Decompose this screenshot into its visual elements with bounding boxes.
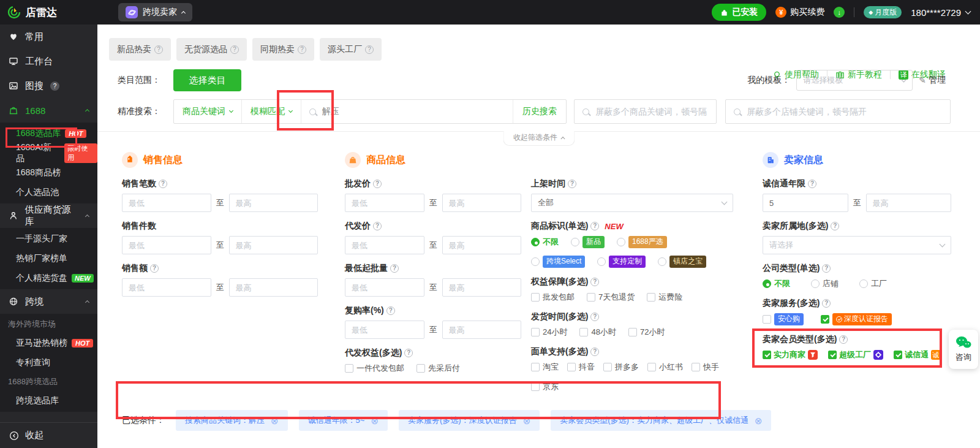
help-icon[interactable] <box>365 45 374 54</box>
checkbox-anxingou[interactable]: 安心购 <box>763 313 804 325</box>
sidebar-item-amazon-rank[interactable]: 亚马逊热销榜 HOT <box>0 333 97 353</box>
match-mode-dropdown[interactable]: 模糊匹配 <box>242 100 301 123</box>
sidebar-group-crossborder[interactable]: 跨境 <box>0 289 97 314</box>
manage-templates-button[interactable]: 管理 <box>919 75 946 86</box>
repurchase-max-input[interactable] <box>442 321 522 339</box>
download-icon[interactable] <box>834 7 845 18</box>
checkbox-deep-cert-report[interactable]: 深度认证报告 <box>821 313 892 325</box>
help-icon[interactable] <box>298 45 306 54</box>
block-product-keywords-input[interactable] <box>594 106 708 117</box>
remove-tag-icon[interactable] <box>755 416 763 425</box>
tab-no-source[interactable]: 无货源选品 <box>176 38 247 61</box>
radio-mark-1688-select[interactable]: 1688严选 <box>617 236 667 248</box>
sidebar-item-personal-goods[interactable]: 个人精选货盘 NEW <box>0 268 97 288</box>
help-icon[interactable] <box>831 222 839 230</box>
sales-units-max-input[interactable] <box>229 236 318 254</box>
radio-mark-crossborder-select[interactable]: 跨境Select <box>531 256 585 268</box>
sidebar-item-common[interactable]: 常用 <box>0 25 97 49</box>
checkbox-pay-later[interactable]: 先采后付 <box>417 363 460 374</box>
cxt-years-max-input[interactable] <box>866 194 952 212</box>
sidebar-item-personal-pool[interactable]: 个人选品池 <box>0 183 97 202</box>
sales-units-min-input[interactable] <box>122 236 211 254</box>
help-icon[interactable] <box>822 264 831 273</box>
checkbox-xiaohongshu[interactable]: 小红书 <box>647 362 683 373</box>
question-bubble-icon[interactable] <box>50 82 59 91</box>
wholesale-price-min-input[interactable] <box>345 194 424 212</box>
tab-new-hot[interactable]: 新品热卖 <box>109 38 171 61</box>
help-icon[interactable] <box>822 299 831 308</box>
remove-tag-icon[interactable] <box>523 416 531 425</box>
sidebar-group-1688[interactable]: 1688 <box>0 98 97 123</box>
radio-company-unlimited[interactable]: 不限 <box>763 278 790 289</box>
checkbox-48h[interactable]: 48小时 <box>579 327 616 338</box>
help-icon[interactable] <box>590 313 599 321</box>
tab-same-period[interactable]: 同期热卖 <box>252 38 314 61</box>
help-icon[interactable] <box>404 349 413 357</box>
remove-tag-icon[interactable] <box>271 416 279 425</box>
tab-source-factory[interactable]: 源头工厂 <box>320 38 382 61</box>
checkbox-kuaishou[interactable]: 快手 <box>692 362 719 373</box>
sales-orders-min-input[interactable] <box>122 194 211 212</box>
remove-tag-icon[interactable] <box>371 416 379 425</box>
help-icon[interactable] <box>839 335 848 344</box>
role-switcher-button[interactable]: 跨境卖家 <box>118 3 192 21</box>
help-icon[interactable] <box>386 306 395 315</box>
sales-orders-max-input[interactable] <box>229 194 318 212</box>
sidebar-item-1688-pool[interactable]: 1688选品库 HOT <box>0 124 97 143</box>
checkbox-taobao[interactable]: 淘宝 <box>531 362 559 373</box>
help-icon[interactable] <box>373 222 382 230</box>
checkbox-super-factory[interactable]: 超级工厂 <box>828 349 883 360</box>
radio-mark-customizable[interactable]: 支持定制 <box>597 256 646 268</box>
min-batch-max-input[interactable] <box>442 278 522 297</box>
radio-mark-shop-treasure[interactable]: 镇店之宝 <box>658 256 706 268</box>
block-shop-keywords-input[interactable] <box>745 106 942 117</box>
checkbox-24h[interactable]: 24小时 <box>531 327 567 338</box>
help-icon[interactable] <box>150 264 159 273</box>
sidebar-collapse-button[interactable]: 收起 <box>0 422 97 448</box>
help-icon[interactable] <box>373 180 382 188</box>
sidebar-item-workbench[interactable]: 工作台 <box>0 49 97 74</box>
checkbox-pinduoduo[interactable]: 拼多多 <box>603 362 639 373</box>
checkbox-wholesale-free-shipping[interactable]: 批发包邮 <box>531 292 575 303</box>
sidebar-item-patent-search[interactable]: 专利查询 <box>0 353 97 373</box>
sales-amount-min-input[interactable] <box>122 278 211 297</box>
shelf-time-select[interactable]: 全部 <box>531 194 733 212</box>
keyword-input[interactable] <box>321 106 505 117</box>
sidebar-item-source-factory[interactable]: 一手源头厂家 <box>0 229 97 249</box>
help-icon[interactable] <box>590 278 599 286</box>
renew-button[interactable]: ¥ 购买续费 <box>775 7 824 18</box>
sidebar-item-crossborder-pool[interactable]: 跨境选品库 <box>0 391 97 411</box>
checkbox-72h[interactable]: 72小时 <box>628 327 665 338</box>
checkbox-freight-insurance[interactable]: 运费险 <box>647 292 682 303</box>
help-icon[interactable] <box>159 180 167 188</box>
cxt-years-min-input[interactable] <box>763 194 848 212</box>
help-icon[interactable] <box>590 222 599 230</box>
installed-button[interactable]: 已安装 <box>712 4 766 21</box>
radio-company-factory[interactable]: 工厂 <box>859 278 887 289</box>
help-icon[interactable] <box>154 45 163 54</box>
help-icon[interactable] <box>808 180 816 188</box>
radio-company-shop[interactable]: 店铺 <box>811 278 839 289</box>
sales-amount-max-input[interactable] <box>229 278 318 297</box>
seller-region-select[interactable]: 请选择 <box>763 236 951 254</box>
history-search-link[interactable]: 历史搜索 <box>513 100 566 123</box>
dropship-price-min-input[interactable] <box>345 236 424 254</box>
checkbox-7day-return[interactable]: 7天包退货 <box>587 292 635 303</box>
help-icon[interactable] <box>590 347 599 356</box>
checkbox-douyin[interactable]: 抖音 <box>567 362 595 373</box>
checkbox-dropship-free-shipping[interactable]: 一件代发包邮 <box>345 363 404 374</box>
sidebar-item-1688-ai[interactable]: 1688AI新品 限时使用 <box>0 143 97 163</box>
sidebar-group-supplier[interactable]: 供应商货源库 <box>0 203 97 228</box>
wholesale-price-max-input[interactable] <box>442 194 522 212</box>
min-batch-min-input[interactable] <box>345 278 424 297</box>
dropship-price-max-input[interactable] <box>442 236 522 254</box>
help-icon[interactable] <box>230 45 239 54</box>
radio-mark-new-product[interactable]: 新品 <box>571 236 605 248</box>
template-select[interactable]: 请选择模板 <box>796 70 913 91</box>
select-category-button[interactable]: 选择类目 <box>173 69 241 91</box>
account-menu[interactable]: 180****2729 <box>911 7 970 18</box>
radio-mark-unlimited[interactable]: 不限 <box>531 237 559 248</box>
help-icon[interactable] <box>390 264 399 273</box>
collapse-filters-button[interactable]: 收起筛选条件 <box>503 131 575 146</box>
checkbox-jingdong[interactable]: 京东 <box>531 381 559 392</box>
